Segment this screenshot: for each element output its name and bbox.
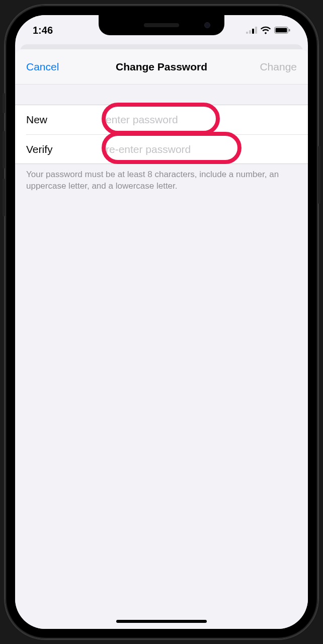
cancel-button[interactable]: Cancel (26, 61, 71, 73)
volume-down-button (3, 179, 5, 216)
battery-icon (274, 27, 290, 34)
svg-rect-6 (289, 29, 290, 32)
svg-rect-5 (276, 28, 287, 33)
screen: 1:46 (15, 15, 308, 629)
page-title: Change Password (71, 61, 252, 73)
silence-switch (3, 93, 5, 113)
change-button[interactable]: Change (252, 61, 297, 73)
speaker-grill (144, 23, 179, 27)
svg-rect-3 (255, 27, 257, 34)
status-time: 1:46 (33, 25, 53, 36)
notch (99, 15, 224, 35)
verify-password-row: Verify (26, 134, 308, 164)
phone-frame: 1:46 (5, 5, 318, 639)
new-password-input[interactable] (102, 114, 308, 126)
home-indicator[interactable] (116, 620, 207, 623)
new-password-label: New (26, 114, 102, 126)
verify-password-label: Verify (26, 143, 102, 155)
modal-sheet: Cancel Change Password Change New Verify… (15, 49, 308, 629)
password-requirements-text: Your password must be at least 8 charact… (15, 164, 308, 197)
verify-password-input[interactable] (102, 143, 308, 155)
status-right (246, 26, 290, 34)
svg-rect-0 (246, 32, 248, 34)
power-button (318, 146, 320, 204)
volume-up-button (3, 131, 5, 169)
new-password-row: New (15, 105, 308, 134)
password-form-group: New Verify (15, 105, 308, 164)
wifi-icon (260, 26, 271, 34)
svg-rect-2 (252, 29, 254, 34)
navigation-bar: Cancel Change Password Change (15, 49, 308, 85)
front-camera (204, 22, 210, 28)
svg-rect-1 (249, 30, 251, 34)
cellular-signal-icon (246, 27, 257, 34)
